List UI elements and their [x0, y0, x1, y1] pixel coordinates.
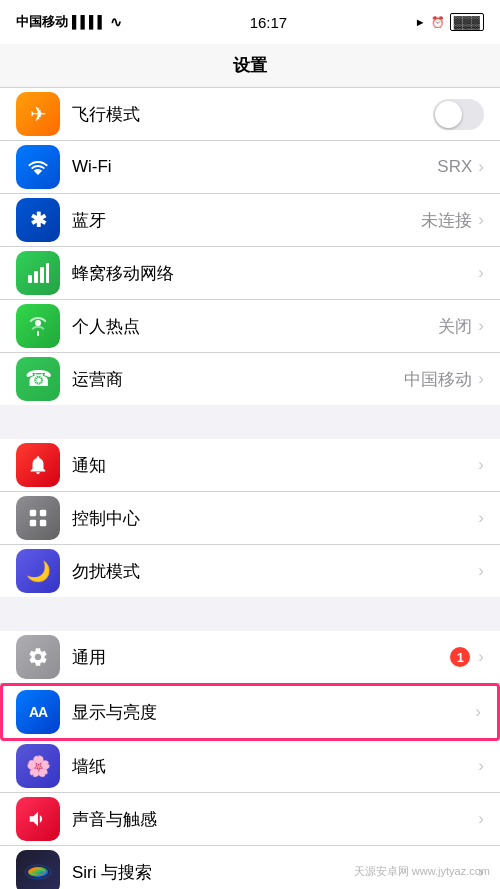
sound-icon — [16, 797, 60, 841]
svg-point-4 — [35, 320, 41, 326]
row-hotspot[interactable]: 个人热点 关闭 › — [0, 300, 500, 353]
wallpaper-icon: 🌸 — [16, 744, 60, 788]
display-label: 显示与亮度 — [72, 701, 475, 724]
cellular-icon — [16, 251, 60, 295]
general-label: 通用 — [72, 646, 450, 669]
notifications-icon — [16, 443, 60, 487]
svg-rect-6 — [30, 510, 36, 516]
row-display[interactable]: AA 显示与亮度 › — [0, 683, 500, 741]
cellular-chevron: › — [478, 263, 484, 283]
siri-icon — [16, 850, 60, 889]
alarm-icon: ⏰ — [431, 16, 445, 29]
svg-rect-0 — [28, 275, 32, 283]
bluetooth-icon: ✱ — [16, 198, 60, 242]
general-icon — [16, 635, 60, 679]
notifications-chevron: › — [478, 455, 484, 475]
general-badge: 1 — [450, 647, 470, 667]
airplane-toggle-knob — [435, 101, 462, 128]
row-general[interactable]: 通用 1 › — [0, 631, 500, 684]
row-wifi[interactable]: Wi-Fi SRX › — [0, 141, 500, 194]
row-airplane[interactable]: ✈ 飞行模式 — [0, 88, 500, 141]
control-center-chevron: › — [478, 508, 484, 528]
display-icon: AA — [16, 690, 60, 734]
row-bluetooth[interactable]: ✱ 蓝牙 未连接 › — [0, 194, 500, 247]
control-center-icon — [16, 496, 60, 540]
battery-icon: ▓▓▓ — [450, 13, 484, 31]
carrier-label: 运营商 — [72, 368, 404, 391]
signal-bars: ▌▌▌▌ — [72, 15, 106, 29]
display-chevron: › — [475, 702, 481, 722]
row-wallpaper[interactable]: 🌸 墙纸 › — [0, 740, 500, 793]
airplane-icon: ✈ — [16, 92, 60, 136]
hotspot-icon — [16, 304, 60, 348]
cellular-label: 蜂窝移动网络 — [72, 262, 478, 285]
status-time: 16:17 — [250, 14, 288, 31]
wallpaper-label: 墙纸 — [72, 755, 478, 778]
carrier-icon: ☎ — [16, 357, 60, 401]
row-cellular[interactable]: 蜂窝移动网络 › — [0, 247, 500, 300]
status-left: 中国移动 ▌▌▌▌ ∿ — [16, 13, 122, 31]
svg-rect-9 — [40, 520, 46, 526]
row-dnd[interactable]: 🌙 勿扰模式 › — [0, 545, 500, 597]
dnd-icon: 🌙 — [16, 549, 60, 593]
section-gap-2 — [0, 597, 500, 631]
section-display: 通用 1 › AA 显示与亮度 › 🌸 墙纸 › — [0, 631, 500, 889]
row-sound[interactable]: 声音与触感 › — [0, 793, 500, 846]
row-carrier[interactable]: ☎ 运营商 中国移动 › — [0, 353, 500, 405]
status-right: ► ⏰ ▓▓▓ — [415, 13, 484, 31]
carrier-value: 中国移动 — [404, 368, 472, 391]
wifi-setting-icon — [16, 145, 60, 189]
section-gap-1 — [0, 405, 500, 439]
sound-chevron: › — [478, 809, 484, 829]
hotspot-chevron: › — [478, 316, 484, 336]
svg-rect-5 — [37, 331, 39, 336]
section-connectivity: ✈ 飞行模式 Wi-Fi SRX › ✱ 蓝牙 未连接 › — [0, 88, 500, 405]
wifi-chevron: › — [478, 157, 484, 177]
wifi-value: SRX — [437, 157, 472, 177]
bluetooth-chevron: › — [478, 210, 484, 230]
status-bar: 中国移动 ▌▌▌▌ ∿ 16:17 ► ⏰ ▓▓▓ — [0, 0, 500, 44]
dnd-chevron: › — [478, 561, 484, 581]
hotspot-label: 个人热点 — [72, 315, 438, 338]
bluetooth-value: 未连接 — [421, 209, 472, 232]
svg-rect-2 — [40, 267, 44, 283]
page-title: 设置 — [233, 54, 267, 77]
location-icon: ► — [415, 16, 426, 28]
sound-label: 声音与触感 — [72, 808, 478, 831]
watermark: 天源安卓网 www.jytyaz.com — [354, 864, 490, 879]
airplane-label: 飞行模式 — [72, 103, 433, 126]
airplane-toggle[interactable] — [433, 99, 484, 130]
svg-rect-1 — [34, 271, 38, 283]
svg-rect-3 — [46, 263, 49, 283]
carrier-text: 中国移动 — [16, 13, 68, 31]
wifi-icon: ∿ — [110, 14, 122, 30]
dnd-label: 勿扰模式 — [72, 560, 478, 583]
control-center-label: 控制中心 — [72, 507, 478, 530]
row-control-center[interactable]: 控制中心 › — [0, 492, 500, 545]
hotspot-value: 关闭 — [438, 315, 472, 338]
svg-rect-8 — [30, 520, 36, 526]
row-notifications[interactable]: 通知 › — [0, 439, 500, 492]
svg-rect-7 — [40, 510, 46, 516]
carrier-chevron: › — [478, 369, 484, 389]
general-chevron: › — [478, 647, 484, 667]
section-notifications: 通知 › 控制中心 › 🌙 勿扰模式 › — [0, 439, 500, 597]
nav-bar: 设置 — [0, 44, 500, 88]
wallpaper-chevron: › — [478, 756, 484, 776]
settings-list: ✈ 飞行模式 Wi-Fi SRX › ✱ 蓝牙 未连接 › — [0, 88, 500, 889]
bluetooth-label: 蓝牙 — [72, 209, 421, 232]
wifi-label: Wi-Fi — [72, 157, 437, 177]
notifications-label: 通知 — [72, 454, 478, 477]
